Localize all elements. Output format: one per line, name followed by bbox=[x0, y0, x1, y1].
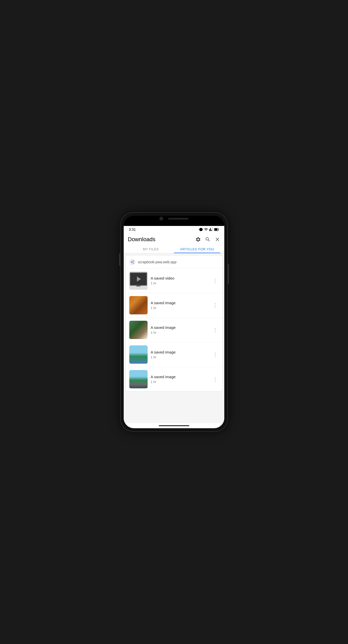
item-title: A saved video bbox=[151, 276, 209, 280]
item-info: A saved image 1 hr bbox=[148, 375, 212, 384]
item-info: A saved video 1 hr bbox=[148, 276, 212, 285]
close-icon bbox=[215, 237, 220, 242]
more-options-button[interactable]: ⋮ bbox=[212, 277, 219, 285]
search-button[interactable] bbox=[205, 237, 211, 242]
list-item[interactable]: A saved image 1 hr ⋮ bbox=[126, 293, 222, 318]
item-meta: 1 hr bbox=[151, 331, 209, 334]
vibrate-icon bbox=[199, 227, 203, 232]
app-screen: Downloads bbox=[124, 233, 224, 428]
status-icons bbox=[199, 227, 219, 232]
item-title: A saved image bbox=[151, 301, 209, 305]
front-camera bbox=[160, 217, 163, 220]
item-thumbnail-image bbox=[129, 345, 148, 364]
item-thumbnail-image bbox=[129, 321, 148, 339]
signal-icon bbox=[209, 227, 213, 232]
list-item[interactable]: A saved image 1 hr ⋮ bbox=[126, 318, 222, 342]
search-icon bbox=[205, 237, 211, 242]
app-bar-icons bbox=[195, 237, 220, 242]
close-button[interactable] bbox=[215, 237, 220, 242]
svg-rect-2 bbox=[214, 228, 217, 231]
app-title: Downloads bbox=[128, 236, 155, 243]
phone-top-bar bbox=[160, 217, 188, 220]
play-icon bbox=[137, 277, 141, 282]
app-bar: Downloads bbox=[124, 233, 224, 253]
share-icon bbox=[129, 259, 135, 265]
item-info: A saved image 1 hr bbox=[148, 301, 212, 310]
phone-frame: 3:31 bbox=[121, 213, 227, 431]
source-header: scrapbook-pwa.web.app bbox=[126, 256, 222, 268]
tab-articles-for-you[interactable]: ARTICLES FOR YOU bbox=[174, 245, 220, 253]
more-options-button[interactable]: ⋮ bbox=[212, 326, 219, 334]
item-title: A saved image bbox=[151, 325, 209, 330]
more-options-button[interactable]: ⋮ bbox=[212, 301, 219, 309]
list-item[interactable]: A saved video 1 hr ⋮ bbox=[126, 268, 222, 293]
tab-my-files[interactable]: MY FILES bbox=[128, 245, 174, 253]
source-name: scrapbook-pwa.web.app bbox=[138, 260, 177, 264]
item-meta: 1 hr bbox=[151, 380, 209, 384]
item-title: A saved image bbox=[151, 375, 209, 379]
more-options-button[interactable]: ⋮ bbox=[212, 350, 219, 359]
item-title: A saved image bbox=[151, 350, 209, 354]
more-options-button[interactable]: ⋮ bbox=[212, 375, 219, 383]
tabs: MY FILES ARTICLES FOR YOU bbox=[128, 245, 220, 253]
svg-rect-0 bbox=[200, 228, 202, 231]
gear-icon bbox=[195, 237, 201, 242]
item-thumbnail-image bbox=[129, 370, 148, 388]
list-item[interactable]: A saved image 1 hr ⋮ bbox=[126, 342, 222, 367]
status-time: 3:31 bbox=[129, 227, 136, 232]
item-info: A saved image 1 hr bbox=[148, 325, 212, 334]
video-screen bbox=[130, 272, 147, 286]
item-thumbnail-video bbox=[129, 271, 148, 290]
item-meta: 1 hr bbox=[151, 281, 209, 285]
home-indicator bbox=[159, 425, 189, 426]
share-icon-svg bbox=[131, 260, 134, 264]
item-meta: 1 hr bbox=[151, 355, 209, 359]
battery-icon bbox=[214, 227, 219, 232]
status-bar: 3:31 bbox=[124, 226, 224, 233]
wifi-icon bbox=[204, 227, 208, 232]
download-card: scrapbook-pwa.web.app A saved bbox=[126, 256, 222, 391]
settings-button[interactable] bbox=[195, 237, 201, 242]
content-area[interactable]: scrapbook-pwa.web.app A saved bbox=[124, 253, 224, 423]
phone-screen: 3:31 bbox=[124, 216, 224, 428]
speaker-grille bbox=[168, 218, 188, 220]
app-bar-top: Downloads bbox=[128, 236, 220, 243]
item-thumbnail-image bbox=[129, 296, 148, 314]
item-info: A saved image 1 hr bbox=[148, 350, 212, 359]
list-item[interactable]: A saved image 1 hr ⋮ bbox=[126, 367, 222, 391]
item-meta: 1 hr bbox=[151, 306, 209, 310]
